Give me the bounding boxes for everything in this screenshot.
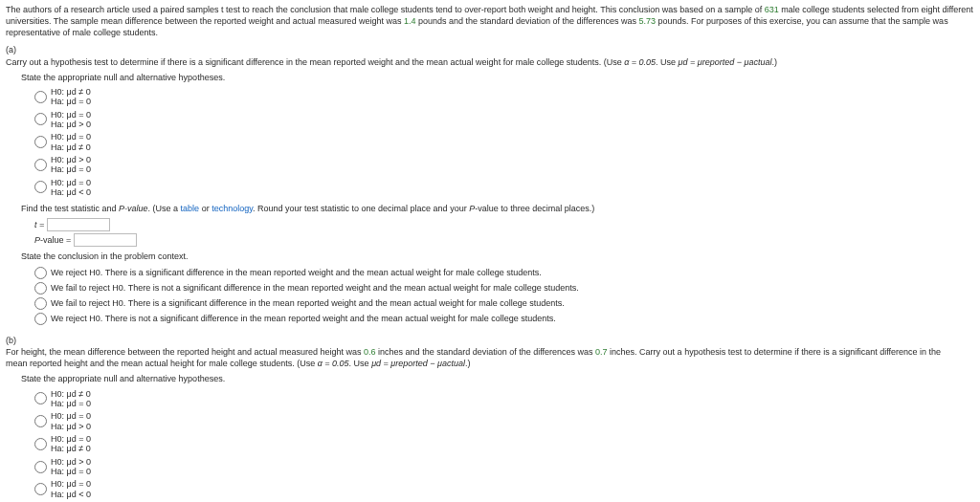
p-value-input[interactable]	[74, 233, 137, 247]
b-hyp-radio-1[interactable]	[34, 392, 47, 404]
b-diff: 0.6	[364, 347, 376, 357]
a-state-conclusion: State the conclusion in the problem cont…	[21, 251, 953, 262]
intro-n: 631	[765, 5, 779, 14]
a-prompt-3: .)	[771, 57, 777, 67]
intro-paragraph: The authors of a research article used a…	[6, 4, 974, 38]
p-label-rest: -value =	[40, 235, 71, 245]
link-table[interactable]: table	[181, 204, 200, 213]
t-stat-input[interactable]	[47, 218, 110, 231]
b-text-4: . Use	[349, 359, 372, 368]
b-hypothesis-options: H0: μd ≠ 0Ha: μd = 0 H0: μd = 0Ha: μd > …	[34, 389, 953, 499]
b-text-2: inches and the standard deviation of the…	[376, 347, 595, 357]
p-value-row: P-value =	[34, 233, 953, 247]
a-hyp-4: H0: μd > 0Ha: μd = 0	[51, 155, 91, 175]
a-hyp-radio-2[interactable]	[34, 113, 47, 125]
part-b: (b) For height, the mean difference betw…	[6, 335, 974, 502]
a-hyp-3: H0: μd = 0Ha: μd ≠ 0	[51, 132, 91, 152]
b-alpha: α = 0.05	[318, 359, 349, 368]
a-hyp-radio-4[interactable]	[34, 159, 47, 171]
b-hyp-radio-4[interactable]	[34, 461, 47, 473]
intro-sd: 5.73	[638, 16, 656, 26]
a-prompt-1: Carry out a hypothesis test to determine…	[6, 57, 624, 67]
a-concl-1: We reject H0. There is a significant dif…	[51, 268, 542, 277]
a-concl-radio-2[interactable]	[34, 282, 47, 295]
a-hyp-2: H0: μd = 0Ha: μd > 0	[51, 110, 91, 130]
a-state-hypotheses: State the appropriate null and alternati…	[21, 72, 953, 83]
a-hyp-5: H0: μd = 0Ha: μd < 0	[51, 178, 91, 198]
part-a: (a) Carry out a hypothesis test to deter…	[6, 44, 974, 331]
b-hyp-3: H0: μd = 0Ha: μd ≠ 0	[51, 434, 91, 454]
a-concl-2: We fail to reject H0. There is not a sig…	[51, 283, 579, 293]
b-hyp-radio-5[interactable]	[34, 483, 47, 495]
b-hyp-radio-2[interactable]	[34, 415, 47, 427]
b-mudef: μd = μreported − μactual	[371, 359, 465, 368]
b-hyp-5: H0: μd = 0Ha: μd < 0	[51, 479, 91, 499]
intro-diff: 1.4	[404, 16, 416, 26]
a-hyp-radio-5[interactable]	[34, 181, 47, 193]
a-prompt-2: . Use	[656, 57, 679, 67]
a-concl-radio-1[interactable]	[34, 267, 47, 279]
a-hyp-radio-1[interactable]	[34, 91, 47, 103]
a-concl-3: We fail to reject H0. There is a signifi…	[51, 298, 565, 308]
a-hyp-radio-3[interactable]	[34, 136, 47, 148]
b-text-1: For height, the mean difference between …	[6, 347, 364, 357]
b-sd: 0.7	[595, 347, 608, 357]
a-concl-radio-4[interactable]	[34, 313, 47, 325]
part-a-label: (a)	[6, 44, 25, 55]
intro-text-3: pounds and the standard deviation of the…	[415, 16, 638, 26]
b-hyp-1: H0: μd ≠ 0Ha: μd = 0	[51, 389, 91, 409]
a-find-stat: Find the test statistic and P-value. (Us…	[21, 203, 953, 214]
b-state-hypotheses: State the appropriate null and alternati…	[21, 373, 953, 384]
a-alpha: α = 0.05	[624, 57, 656, 67]
a-concl-radio-3[interactable]	[34, 297, 47, 310]
a-conclusion-options: We reject H0. There is a significant dif…	[34, 267, 953, 326]
a-mudef: μd = μreported − μactual	[679, 57, 772, 67]
link-technology[interactable]: technology	[212, 204, 253, 213]
intro-text-1: The authors of a research article used a…	[6, 5, 765, 14]
a-hyp-1: H0: μd ≠ 0Ha: μd = 0	[51, 87, 91, 107]
b-hyp-2: H0: μd = 0Ha: μd > 0	[51, 411, 91, 431]
b-hyp-radio-3[interactable]	[34, 438, 47, 450]
part-b-label: (b)	[6, 335, 25, 346]
t-label: t =	[34, 220, 44, 229]
b-text-5: .)	[465, 359, 471, 368]
t-stat-row: t =	[34, 218, 953, 231]
b-hyp-4: H0: μd > 0Ha: μd = 0	[51, 457, 91, 477]
a-concl-4: We reject H0. There is not a significant…	[51, 314, 556, 323]
a-hypothesis-options: H0: μd ≠ 0Ha: μd = 0 H0: μd = 0Ha: μd > …	[34, 87, 953, 197]
